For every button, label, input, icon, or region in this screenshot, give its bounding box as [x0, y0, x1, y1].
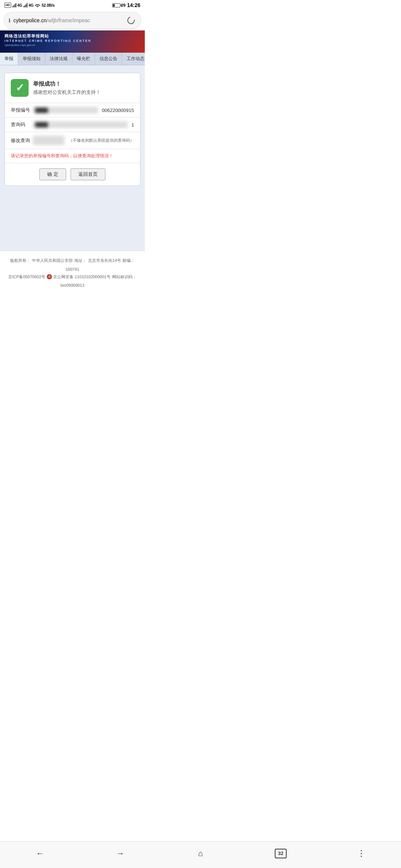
header-content: 网络违法犯罪举报网站 INTERNET CRIME REPORTING CENT…: [4, 33, 140, 47]
footer-icp: 京ICP备05070602号 公 京公网安备 11010102000001号 网…: [4, 273, 140, 290]
footer-gongan-badge: 公 京公网安备 11010102000001号: [47, 273, 111, 281]
battery-fill: [113, 4, 115, 7]
action-buttons: 确 定 返回首页: [5, 163, 140, 185]
site-title-chinese: 网络违法犯罪举报网站: [4, 33, 140, 39]
status-bar: HD 4G 4G 52.0B/s 29 14:26: [0, 0, 145, 10]
query-code-blurred: ████: [33, 121, 128, 128]
battery-icon: [112, 3, 120, 7]
footer-copyright-owner: 中华人民共和国公安部: [32, 257, 73, 264]
site-url: cyberpolice.mps.gov.cn: [4, 43, 140, 47]
footer-site-id-label: 网站标识码：: [112, 273, 137, 281]
url-display: cyberpolice.cn/wfjb/frame/impeac: [13, 17, 123, 23]
site-header-banner: 网络违法犯罪举报网站 INTERNET CRIME REPORTING CENT…: [0, 30, 145, 53]
success-subtitle: 感谢您对公安机关工作的支持！: [33, 89, 134, 96]
battery-percent: 29: [121, 3, 125, 7]
site-footer: 版权所有： 中华人民共和国公安部 地址： 北京市东长街14号 邮编： 10074…: [0, 251, 145, 295]
footer-gongan-number: 11010102000001号: [75, 273, 111, 281]
signal-bars-2: [23, 3, 27, 7]
nav-item-news[interactable]: 工作动态: [122, 53, 145, 65]
footer-postal-label: 邮编：: [123, 257, 135, 264]
nav-item-exposure[interactable]: 曝光栏: [72, 53, 95, 65]
battery-indicator: 29: [112, 3, 125, 7]
hd-badge: HD: [4, 3, 11, 7]
report-number-row: 举报编号 ████ 006220000915: [5, 103, 140, 118]
reload-button[interactable]: [126, 15, 136, 26]
footer-address-label: 地址：: [74, 257, 87, 264]
checkmark-icon: ✓: [16, 83, 24, 93]
modify-query-row: 修改查询 （不修改则默认系统提供的查询码）: [5, 132, 140, 149]
site-title-english: INTERNET CRIME REPORTING CENTER: [4, 39, 140, 43]
report-number-value: 006220000915: [102, 108, 134, 113]
query-code-value: 1: [131, 122, 134, 128]
nav-item-law[interactable]: 法律法规: [45, 53, 72, 65]
nav-item-announcement[interactable]: 信息公告: [95, 53, 122, 65]
report-number-label: 举报编号: [11, 107, 30, 114]
modify-query-hint: （不修改则默认系统提供的查询码）: [69, 138, 134, 143]
back-home-button[interactable]: 返回首页: [71, 168, 105, 180]
clock: 14:26: [127, 2, 140, 8]
reload-icon: [126, 15, 136, 25]
url-domain: cyberpolice.cn: [13, 17, 47, 23]
warning-row: 请记录您的举报编号和查询码，以便查询处理情况！: [5, 149, 140, 163]
warning-text: 请记录您的举报编号和查询码，以便查询处理情况！: [11, 153, 134, 159]
footer-gongan-label: 京公网安备: [53, 273, 74, 281]
nav-item-report[interactable]: 举报: [0, 53, 18, 65]
signal-bars-1: [12, 3, 16, 7]
modify-query-label: 修改查询: [11, 137, 30, 144]
4g-label-2: 4G: [29, 3, 33, 7]
info-icon: ℹ: [9, 17, 10, 23]
url-path: /wfjb/frame/impeac: [47, 17, 90, 23]
address-bar[interactable]: ℹ cyberpolice.cn/wfjb/frame/impeac: [4, 12, 141, 29]
success-card: ✓ 举报成功！ 感谢您对公安机关工作的支持！ 举报编号 ████ 0062200…: [4, 73, 140, 186]
success-icon-badge: ✓: [11, 79, 29, 97]
footer-site-id: bm09000013: [61, 282, 84, 289]
4g-label-1: 4G: [17, 3, 22, 7]
modify-query-input[interactable]: [33, 136, 64, 145]
success-header: ✓ 举报成功！ 感谢您对公安机关工作的支持！: [5, 73, 140, 103]
svg-point-0: [37, 7, 38, 7]
footer-postal: 100741: [66, 266, 79, 273]
query-code-label: 查询码: [11, 121, 30, 128]
footer-copyright: 版权所有： 中华人民共和国公安部 地址： 北京市东长街14号 邮编： 10074…: [4, 257, 140, 273]
wifi-icon: [35, 3, 40, 7]
main-content: ✓ 举报成功！ 感谢您对公安机关工作的支持！ 举报编号 ████ 0062200…: [0, 65, 145, 251]
gongan-icon: 公: [47, 274, 52, 279]
status-right: 29 14:26: [112, 2, 140, 8]
success-title: 举报成功！: [33, 80, 134, 88]
confirm-button[interactable]: 确 定: [39, 168, 66, 180]
report-number-blurred: ████: [33, 107, 98, 114]
footer-copyright-label: 版权所有：: [10, 257, 30, 264]
footer-address: 北京市东长街14号: [88, 257, 121, 264]
status-left: HD 4G 4G 52.0B/s: [4, 3, 55, 7]
footer-icp-label: 京ICP备05070602号: [8, 273, 45, 281]
query-code-row: 查询码 ████ 1: [5, 118, 140, 132]
network-speed: 52.0B/s: [42, 3, 55, 7]
navigation-bar: 举报 举报须知 法律法规 曝光栏 信息公告 工作动态 安全: [0, 53, 145, 65]
nav-item-notice[interactable]: 举报须知: [18, 53, 45, 65]
success-text-block: 举报成功！ 感谢您对公安机关工作的支持！: [33, 80, 134, 96]
